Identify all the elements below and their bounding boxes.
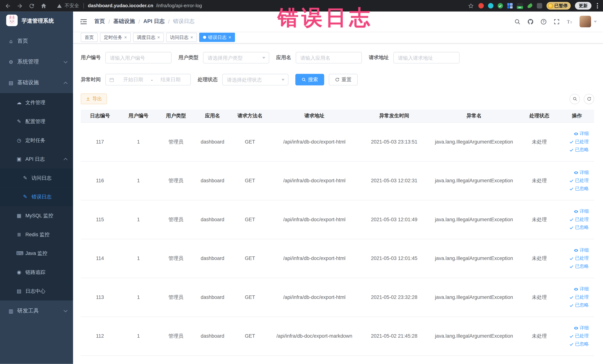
download-icon bbox=[86, 97, 91, 101]
browser-update-button[interactable]: 更新 bbox=[575, 2, 591, 10]
close-icon[interactable]: × bbox=[228, 35, 231, 40]
mark-processed-link[interactable]: 已处理 bbox=[569, 177, 589, 184]
close-icon[interactable]: × bbox=[124, 35, 127, 40]
fullscreen-icon[interactable] bbox=[553, 18, 560, 25]
tab-scheduled-tasks[interactable]: 定时任务 × bbox=[100, 33, 131, 42]
sidebar-item-scheduled-tasks[interactable]: ◷ 定时任务 bbox=[0, 131, 73, 150]
detail-link[interactable]: 详细 bbox=[574, 325, 589, 331]
avatar[interactable] bbox=[580, 16, 591, 27]
extension-on-icon[interactable]: on bbox=[517, 3, 523, 9]
security-warning-label[interactable]: 不安全 bbox=[65, 2, 79, 9]
cell-user-id: 1 bbox=[119, 317, 158, 355]
home-browser-icon[interactable] bbox=[40, 2, 47, 9]
close-icon[interactable]: × bbox=[157, 35, 160, 40]
bookmark-star-icon[interactable] bbox=[467, 2, 474, 9]
cell-exception-time: 2021-05-03 23:13:51 bbox=[359, 122, 429, 161]
sidebar-item-label: 文件管理 bbox=[25, 99, 46, 106]
mark-processed-link[interactable]: 已处理 bbox=[569, 294, 589, 300]
detail-link[interactable]: 详细 bbox=[574, 208, 589, 214]
mark-ignored-link[interactable]: 已忽略 bbox=[569, 224, 589, 231]
mark-processed-link[interactable]: 已处理 bbox=[569, 333, 589, 339]
user-menu[interactable] bbox=[580, 16, 597, 27]
detail-link[interactable]: 详细 bbox=[574, 247, 589, 254]
help-icon[interactable]: ? bbox=[540, 18, 547, 25]
sidebar-item-trace[interactable]: ◉ 链路追踪 bbox=[0, 263, 73, 282]
forward-icon[interactable] bbox=[16, 2, 23, 9]
detail-link[interactable]: 详细 bbox=[574, 169, 589, 176]
sidebar-item-mysql-monitor[interactable]: ▦ MySQL 监控 bbox=[0, 206, 73, 225]
row-actions: 详细 已处理 已忽略 bbox=[561, 208, 593, 231]
search-icon[interactable] bbox=[514, 18, 521, 25]
back-icon[interactable] bbox=[5, 2, 11, 9]
reload-icon[interactable] bbox=[29, 2, 35, 9]
cell-exception-time: 2021-05-03 12:02:31 bbox=[359, 161, 429, 200]
tab-error-logs[interactable]: 错误日志 × bbox=[199, 33, 235, 42]
table-row: 112 1 管理员 dashboard GET /api/infra/db-do… bbox=[81, 317, 594, 355]
github-icon[interactable] bbox=[527, 18, 534, 25]
address-bar[interactable]: 不安全 dashboard.yudao.iocoder.cn/infra/log… bbox=[57, 2, 202, 9]
font-size-icon[interactable]: TT bbox=[567, 18, 573, 25]
extension-teal-icon[interactable] bbox=[488, 3, 493, 9]
sidebar-item-label: 系统管理 bbox=[17, 59, 39, 65]
sidebar-collapse-icon[interactable] bbox=[80, 18, 87, 25]
refresh-table-button[interactable] bbox=[584, 94, 594, 104]
extension-grid-icon[interactable] bbox=[507, 3, 512, 9]
dev-tools-icon: ▥ bbox=[8, 308, 14, 314]
close-icon[interactable]: × bbox=[190, 35, 193, 40]
breadcrumb-infrastructure[interactable]: 基础设施 bbox=[114, 18, 135, 25]
search-button[interactable]: 搜索 bbox=[295, 74, 324, 85]
sidebar-item-system-management[interactable]: ⚙ 系统管理 bbox=[0, 52, 73, 72]
detail-link[interactable]: 详细 bbox=[574, 286, 589, 292]
tab-schedule-logs[interactable]: 调度日志 × bbox=[133, 33, 164, 42]
user-type-label: 用户类型 bbox=[178, 54, 198, 61]
sidebar-item-config-management[interactable]: ✎ 配置管理 bbox=[0, 112, 73, 131]
app-name-input[interactable] bbox=[296, 52, 362, 63]
mark-processed-link[interactable]: 已处理 bbox=[569, 139, 589, 145]
sidebar-item-access-logs[interactable]: ✎ 访问日志 bbox=[0, 169, 73, 188]
profile-paused-badge[interactable]: 已暂停 bbox=[546, 2, 571, 10]
refresh-icon bbox=[335, 77, 340, 82]
mark-processed-link[interactable]: 已处理 bbox=[569, 216, 589, 223]
user-type-select[interactable] bbox=[203, 52, 269, 63]
breadcrumb-home[interactable]: 首页 bbox=[94, 18, 105, 25]
tab-label: 首页 bbox=[84, 34, 94, 41]
col-app-name: 应用名 bbox=[194, 110, 231, 122]
sidebar-item-dev-tools[interactable]: ▥ 研发工具 bbox=[0, 300, 73, 321]
cell-process-status: 未处理 bbox=[519, 161, 560, 200]
sidebar-item-infrastructure[interactable]: ▤ 基础设施 bbox=[0, 72, 73, 93]
process-status-select[interactable] bbox=[222, 74, 289, 85]
extensions-puzzle-icon[interactable] bbox=[537, 3, 542, 9]
user-id-input[interactable] bbox=[105, 52, 172, 63]
detail-link[interactable]: 详细 bbox=[574, 130, 589, 137]
chevron-down-icon bbox=[262, 57, 266, 59]
breadcrumb-api-logs[interactable]: API 日志 bbox=[143, 18, 165, 25]
sidebar-item-java-monitor[interactable]: ⌨ Java 监控 bbox=[0, 244, 73, 263]
mark-ignored-link[interactable]: 已忽略 bbox=[569, 186, 589, 192]
check-icon bbox=[569, 303, 574, 308]
mark-ignored-link[interactable]: 已忽略 bbox=[569, 341, 589, 347]
extension-leaf-icon[interactable] bbox=[527, 3, 533, 9]
sidebar-item-redis-monitor[interactable]: ≣ Redis 监控 bbox=[0, 225, 73, 244]
sidebar-item-label: 定时任务 bbox=[25, 137, 46, 144]
sidebar-item-api-logs[interactable]: ▣ API 日志 bbox=[0, 150, 73, 169]
reset-button[interactable]: 重置 bbox=[329, 74, 358, 85]
extension-check-icon[interactable] bbox=[497, 3, 503, 9]
export-button[interactable]: 导出 bbox=[81, 94, 107, 104]
browser-menu-icon[interactable] bbox=[596, 3, 599, 9]
mark-processed-link[interactable]: 已处理 bbox=[569, 255, 589, 261]
request-url-input[interactable] bbox=[393, 52, 460, 63]
tab-access-logs[interactable]: 访问日志 × bbox=[166, 33, 197, 42]
toggle-search-button[interactable] bbox=[569, 94, 580, 104]
extension-red-icon[interactable] bbox=[478, 3, 484, 9]
sidebar-item-file-management[interactable]: ☁ 文件管理 bbox=[0, 93, 73, 112]
sidebar-item-log-center[interactable]: ▤ 日志中心 bbox=[0, 282, 73, 301]
sidebar-item-error-logs[interactable]: ✎ 错误日志 bbox=[0, 187, 73, 206]
cell-method: GET bbox=[231, 317, 269, 355]
date-range-picker[interactable]: 开始日期 - 结束日期 bbox=[105, 74, 191, 85]
sidebar-item-home[interactable]: ⌂ 首页 bbox=[0, 31, 73, 52]
tab-home[interactable]: 首页 bbox=[81, 33, 98, 42]
mark-ignored-link[interactable]: 已忽略 bbox=[569, 146, 589, 153]
date-separator: - bbox=[150, 77, 154, 82]
mark-ignored-link[interactable]: 已忽略 bbox=[569, 302, 589, 309]
mark-ignored-link[interactable]: 已忽略 bbox=[569, 263, 589, 270]
